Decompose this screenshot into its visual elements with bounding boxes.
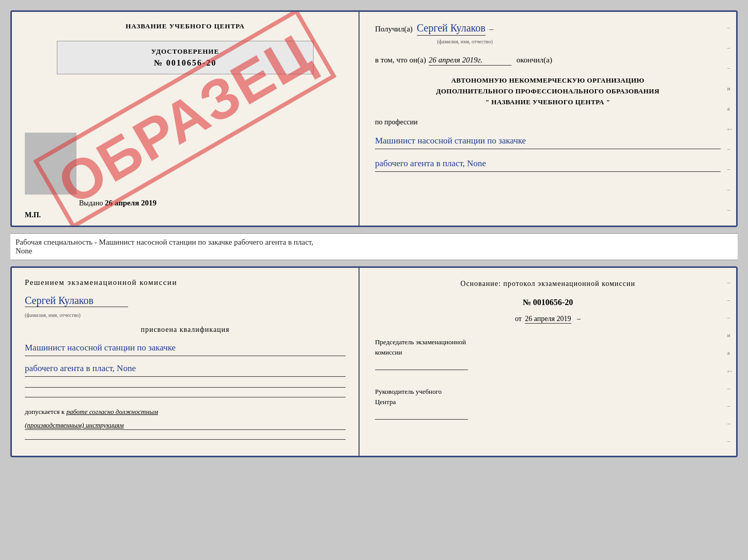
- predsedatel-title: Председатель экзаменационной: [375, 337, 721, 347]
- po-professii-row: по профессии: [375, 117, 721, 126]
- dopuskaetsya-row: допускается к работе согласно должностны…: [25, 408, 346, 416]
- small-line-1: [25, 387, 346, 388]
- separator-line2: None: [15, 247, 733, 255]
- bottom-name-row: Сергей Кулаков: [25, 295, 346, 307]
- rukovoditel-block: Руководитель учебного Центра: [375, 387, 721, 420]
- doc-top-left: НАЗВАНИЕ УЧЕБНОГО ЦЕНТРА ОБРАЗЕЦ УДОСТОВ…: [12, 12, 360, 226]
- vydano-date: 26 апреля 2019: [105, 199, 157, 207]
- small-line-2: [25, 397, 346, 397]
- org-block: АВТОНОМНУЮ НЕКОММЕРЧЕСКУЮ ОРГАНИЗАЦИЮ ДО…: [375, 75, 721, 107]
- page-wrapper: НАЗВАНИЕ УЧЕБНОГО ЦЕНТРА ОБРАЗЕЦ УДОСТОВ…: [10, 10, 738, 457]
- prisvoena-label: присвоена квалификация: [25, 326, 346, 334]
- doc-bottom-right: – – – и а ‹– – – – – Основание: протокол…: [360, 268, 736, 456]
- ot-dash: –: [577, 315, 581, 323]
- small-line-3: [25, 439, 346, 440]
- protocol-number: № 0010656-20: [375, 298, 721, 307]
- top-document: НАЗВАНИЕ УЧЕБНОГО ЦЕНТРА ОБРАЗЕЦ УДОСТОВ…: [10, 10, 738, 227]
- profession-line2: рабочего агента в пласт, None: [375, 156, 721, 172]
- fio-hint-top: (фамилия, имя, отчество): [437, 39, 721, 44]
- decision-title: Решением экзаменационной комиссии: [25, 278, 346, 287]
- qual-line2: рабочего агента в пласт, None: [25, 361, 346, 377]
- okonchil-label: окончил(а): [517, 56, 552, 65]
- poluchil-row: Получил(a) Сергей Кулаков –: [375, 22, 721, 36]
- po-professii-label: по профессии: [375, 118, 418, 126]
- org-line1: АВТОНОМНУЮ НЕКОММЕРЧЕСКУЮ ОРГАНИЗАЦИЮ: [375, 75, 721, 86]
- mp-label: М.П.: [25, 211, 41, 219]
- vydano-label: Выдано: [79, 199, 103, 207]
- profession-line1: Машинист насосной станции по закачке: [375, 134, 721, 149]
- vtom-row: в том, что он(а) 26 апреля 2019г. окончи…: [375, 56, 721, 66]
- bottom-document: Решением экзаменационной комиссии Сергей…: [10, 266, 738, 457]
- predsedatel-block: Председатель экзаменационной комиссии: [375, 337, 721, 370]
- org-line2: ДОПОЛНИТЕЛЬНОГО ПРОФЕССИОНАЛЬНОГО ОБРАЗО…: [375, 86, 721, 97]
- vydano-line: Выдано 26 апреля 2019: [79, 199, 157, 207]
- rabota2-line: (производственным) инструкциям: [25, 421, 346, 430]
- ot-date-row: от 26 апреля 2019 –: [375, 315, 721, 323]
- org-line3: " НАЗВАНИЕ УЧЕБНОГО ЦЕНТРА ": [375, 97, 721, 108]
- bottom-fio-hint: (фамилия, имя, отчество): [25, 312, 346, 318]
- vtom-date: 26 апреля 2019г.: [429, 56, 511, 66]
- udostoverenie-number: № 0010656-20: [68, 58, 303, 68]
- predsedatel-title2: комиссии: [375, 347, 721, 358]
- vertical-dashes-bottom: – – – и а ‹– – – – –: [727, 268, 732, 456]
- rukovoditel-sig-line: [375, 409, 468, 420]
- udostoverenie-title: УДОСТОВЕРЕНИЕ: [68, 47, 303, 56]
- bottom-name: Сергей Кулаков: [25, 295, 128, 307]
- doc-bottom-left: Решением экзаменационной комиссии Сергей…: [12, 268, 360, 456]
- rukovoditel-title: Руководитель учебного: [375, 387, 721, 397]
- predsedatel-sig-line: [375, 360, 468, 370]
- ot-date: 26 апреля 2019: [525, 315, 571, 324]
- ot-label: от: [515, 315, 522, 323]
- separator-block: Рабочая специальность - Машинист насосно…: [10, 233, 738, 260]
- rukovoditel-title2: Центра: [375, 397, 721, 407]
- vtom-label: в том, что он(а): [375, 56, 426, 65]
- doc-top-right: – – – и а ‹– – – – – Получил(a) Сергей К…: [360, 12, 736, 226]
- photo-placeholder: [25, 133, 76, 195]
- top-left-title: НАЗВАНИЕ УЧЕБНОГО ЦЕНТРА: [126, 22, 245, 30]
- udostoverenie-block: УДОСТОВЕРЕНИЕ № 0010656-20: [57, 41, 314, 74]
- dash-poluchil: –: [490, 25, 494, 34]
- poluchil-label: Получил(a): [375, 25, 413, 34]
- poluchil-name: Сергей Кулаков: [417, 22, 486, 36]
- separator-line1: Рабочая специальность - Машинист насосно…: [15, 238, 733, 247]
- qual-line1: Машинист насосной станции по закачке: [25, 341, 346, 356]
- vertical-dashes-top: – – – и а ‹– – – – –: [727, 12, 732, 226]
- osnov-title: Основание: протокол экзаменационной коми…: [375, 278, 721, 289]
